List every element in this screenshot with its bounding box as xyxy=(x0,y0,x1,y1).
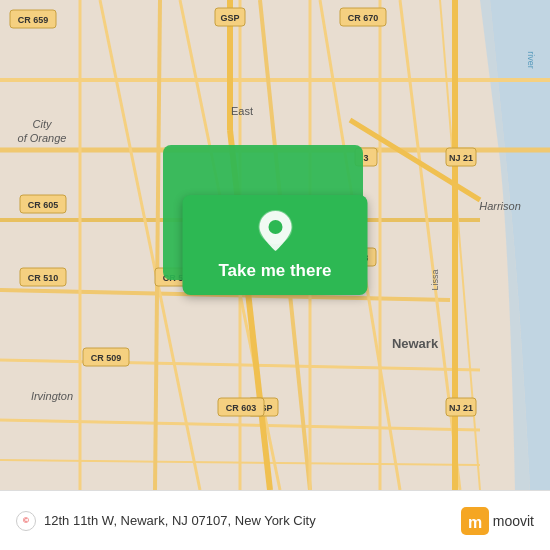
take-me-there-button[interactable]: Take me there xyxy=(183,195,368,295)
svg-text:CR 605: CR 605 xyxy=(28,200,59,210)
svg-point-59 xyxy=(268,220,282,234)
svg-text:CR 510: CR 510 xyxy=(28,273,59,283)
svg-text:3: 3 xyxy=(363,153,368,163)
map-container: CR 659 CR 670 GSP GSP CR 605 CR 510 CR 5… xyxy=(0,0,550,490)
svg-text:CR 670: CR 670 xyxy=(348,13,379,23)
svg-text:Harrison: Harrison xyxy=(479,200,521,212)
svg-text:NJ 21: NJ 21 xyxy=(449,153,473,163)
svg-text:m: m xyxy=(468,514,482,531)
moovit-text: moovit xyxy=(493,513,534,529)
svg-text:Lissa: Lissa xyxy=(430,269,440,290)
bottom-bar: © 12th 11th W, Newark, NJ 07107, New Yor… xyxy=(0,490,550,550)
svg-text:GSP: GSP xyxy=(220,13,239,23)
svg-text:of Orange: of Orange xyxy=(18,132,67,144)
location-pin-icon xyxy=(257,209,293,253)
svg-text:CR 659: CR 659 xyxy=(18,15,49,25)
openstreetmap-logo: © xyxy=(16,511,36,531)
svg-text:Irvington: Irvington xyxy=(31,390,73,402)
take-me-there-label: Take me there xyxy=(218,261,331,281)
moovit-icon: m xyxy=(461,507,489,535)
svg-text:City: City xyxy=(33,118,53,130)
svg-text:CR 509: CR 509 xyxy=(91,353,122,363)
svg-text:river: river xyxy=(526,51,536,69)
svg-text:CR 603: CR 603 xyxy=(226,403,257,413)
svg-text:NJ 21: NJ 21 xyxy=(449,403,473,413)
address-text: 12th 11th W, Newark, NJ 07107, New York … xyxy=(44,513,453,528)
button-overlay: Take me there xyxy=(183,195,368,295)
svg-text:Newark: Newark xyxy=(392,336,439,351)
svg-text:East: East xyxy=(231,105,253,117)
moovit-logo: m moovit xyxy=(461,507,534,535)
